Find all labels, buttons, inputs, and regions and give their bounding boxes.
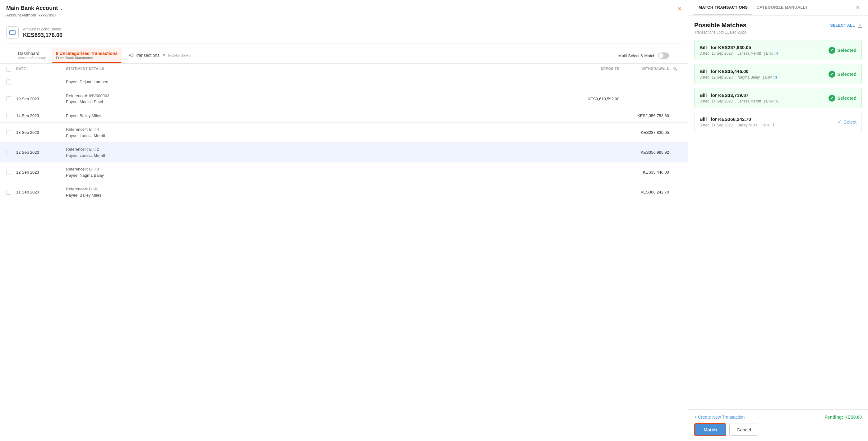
amount-info: Amount in Zoho Books KES893,176.00: [23, 27, 62, 38]
row-checkbox[interactable]: [6, 130, 16, 135]
col-details: STATEMENT DETAILS: [66, 67, 569, 72]
row-date: 12 Sep 2023: [16, 150, 66, 155]
row-date: 14 Sep 2023: [16, 113, 66, 118]
transactions-table: DATE ↓ STATEMENT DETAILS DEPOSITS WITHDR…: [0, 64, 688, 441]
match-info-4: Bill for KES368,242.70 Dated 11 Sep 2023…: [700, 116, 822, 127]
selected-check-icon-3: ✓: [829, 95, 835, 102]
dropdown-icon[interactable]: ▼: [162, 53, 166, 58]
bill-link-1[interactable]: 4: [776, 51, 778, 56]
row-checkbox[interactable]: [6, 170, 16, 175]
footer-actions: Match Cancel: [694, 423, 862, 436]
table-row: 12 Sep 2023 Reference#: Bill#3 Payee: Na…: [0, 162, 688, 182]
footer-top-row: + Create New Transaction Pending: KES0.0…: [694, 415, 862, 423]
table-row: 11 Sep 2023 Reference#: Bill#1 Payee: Ba…: [0, 182, 688, 202]
select-check-icon-4: ✓: [838, 119, 842, 125]
row-deposit: KES9,619,592.00: [569, 97, 619, 101]
multi-select-toggle-switch[interactable]: [658, 53, 669, 59]
bill-link-3[interactable]: 6: [776, 99, 778, 103]
match-status-1[interactable]: ✓ Selected: [822, 47, 857, 54]
match-title-3: Bill for KES33,719.87: [700, 93, 822, 98]
filter-icon[interactable]: △: [858, 22, 862, 28]
amount-icon: [6, 26, 19, 39]
row-date: 19 Sep 2023: [16, 97, 66, 101]
close-icon[interactable]: ×: [677, 5, 681, 13]
possible-matches-header: Possible Matches SELECT ALL △: [694, 22, 862, 29]
row-details: Payee: Bailey Miles: [66, 113, 569, 119]
row-checkbox[interactable]: [6, 190, 16, 195]
tab-categorize-manually[interactable]: CATEGORIZE MANUALLY: [752, 0, 812, 15]
chevron-down-icon[interactable]: ⌄: [60, 6, 63, 11]
header-actions: SELECT ALL △: [830, 22, 862, 28]
match-info-3: Bill for KES33,719.87 Dated 14 Sep 2023 …: [700, 93, 822, 103]
match-item-1[interactable]: Bill for KES287,830.05 Dated 13 Sep 2023…: [694, 40, 862, 60]
cancel-button[interactable]: Cancel: [730, 423, 758, 436]
right-panel-tabs: MATCH TRANSACTIONS CATEGORIZE MANUALLY ×: [688, 0, 868, 15]
tab-all-transactions[interactable]: All Transactions ▼ In Zoho Books: [123, 50, 196, 62]
row-details: Reference#: INV000003 Payee: Manish Pate…: [66, 93, 569, 105]
col-date: DATE ↓: [16, 67, 66, 72]
row-date: 11 Sep 2023: [16, 190, 66, 195]
select-all-checkbox[interactable]: [6, 67, 16, 72]
pending-amount: Pending: KES0.00: [825, 415, 862, 419]
selected-check-icon-2: ✓: [829, 71, 835, 78]
row-withdrawal: KES356,995.92: [619, 150, 669, 155]
amount-box: Amount in Zoho Books KES893,176.00: [6, 22, 681, 43]
tab-match-transactions[interactable]: MATCH TRANSACTIONS: [694, 0, 752, 15]
multi-select-toggle: Multi-Select & Match: [618, 53, 675, 59]
create-transaction-link[interactable]: + Create New Transaction: [694, 415, 745, 419]
account-name: Main Bank Account: [6, 5, 58, 11]
row-checkbox[interactable]: [6, 150, 16, 155]
row-checkbox[interactable]: [6, 79, 16, 84]
table-header: DATE ↓ STATEMENT DETAILS DEPOSITS WITHDR…: [0, 64, 688, 75]
account-number: Account Number: xxxx7890: [6, 13, 681, 18]
table-row: 19 Sep 2023 Reference#: INV000003 Payee:…: [0, 89, 688, 109]
tab-dashboard[interactable]: Dashboard Account Summary: [12, 48, 52, 63]
amount-value: KES893,176.00: [23, 32, 62, 38]
bill-link-4[interactable]: 1: [773, 123, 775, 127]
selected-check-icon-1: ✓: [829, 47, 835, 54]
table-row: Payee: Dejuan Lambert: [0, 75, 688, 89]
match-meta-3: Dated 14 Sep 2023 | Larissa Merritt | Bi…: [700, 99, 822, 103]
close-panel-button[interactable]: ×: [854, 3, 862, 12]
row-withdrawal: KES2,356,753.60: [619, 113, 669, 118]
table-row: 14 Sep 2023 Payee: Bailey Miles KES2,356…: [0, 109, 688, 123]
row-date: 12 Sep 2023: [16, 170, 66, 174]
match-item-2[interactable]: Bill for KES35,446.00 Dated 12 Sep 2023 …: [694, 64, 862, 84]
table-row: 13 Sep 2023 Reference#: Bill#4 Payee: La…: [0, 123, 688, 142]
match-item-3[interactable]: Bill for KES33,719.87 Dated 14 Sep 2023 …: [694, 88, 862, 108]
col-deposits: DEPOSITS: [569, 67, 619, 72]
match-item-4[interactable]: Bill for KES368,242.70 Dated 11 Sep 2023…: [694, 112, 862, 132]
account-title: Main Bank Account ⌄: [6, 5, 681, 11]
match-status-2[interactable]: ✓ Selected: [822, 71, 857, 78]
panel-content: Possible Matches SELECT ALL △ Transactio…: [688, 15, 868, 409]
top-bar: Main Bank Account ⌄ Account Number: xxxx…: [0, 0, 688, 64]
tab-uncategorized[interactable]: 8 Uncategorized Transactions From Bank S…: [52, 48, 122, 63]
match-status-4[interactable]: ✓ Select: [822, 119, 857, 125]
svg-rect-0: [10, 31, 15, 35]
row-details: Reference#: Bill#3 Payee: Nagma Balay: [66, 166, 569, 178]
navigation-tabs: Dashboard Account Summary 8 Uncategorize…: [6, 48, 681, 63]
match-meta-1: Dated 13 Sep 2023 | Larissa Merritt | Bi…: [700, 51, 822, 56]
match-info-2: Bill for KES35,446.00 Dated 12 Sep 2023 …: [700, 69, 822, 79]
amount-label: Amount in Zoho Books: [23, 27, 62, 31]
match-title-2: Bill for KES35,446.00: [700, 69, 822, 74]
select-all-button[interactable]: SELECT ALL: [830, 23, 855, 28]
row-checkbox[interactable]: [6, 113, 16, 118]
search-icon[interactable]: 🔍: [673, 67, 678, 70]
row-checkbox[interactable]: [6, 96, 16, 101]
table-row: 12 Sep 2023 Reference#: Bill#2 Payee: La…: [0, 142, 688, 162]
pending-value: KES0.00: [844, 415, 862, 419]
row-details: Payee: Dejuan Lambert: [66, 79, 569, 85]
match-button[interactable]: Match: [694, 423, 726, 436]
panel-footer: + Create New Transaction Pending: KES0.0…: [688, 409, 868, 441]
row-date: 13 Sep 2023: [16, 130, 66, 135]
match-status-3[interactable]: ✓ Selected: [822, 95, 857, 102]
bill-link-2[interactable]: 3: [775, 75, 777, 79]
transactions-upto: Transactions upto 11 Dec 2023: [694, 30, 862, 34]
row-details: Reference#: Bill#4 Payee: Larissa Merrit…: [66, 126, 569, 138]
col-withdrawals: WITHDRAWALS: [619, 67, 669, 72]
left-panel: × Main Bank Account ⌄ Account Number: xx…: [0, 0, 688, 441]
match-meta-2: Dated 12 Sep 2023 | Nagma Balay | Bill# …: [700, 75, 822, 79]
row-withdrawal: KES368,242.70: [619, 190, 669, 195]
col-search[interactable]: 🔍: [669, 67, 681, 72]
